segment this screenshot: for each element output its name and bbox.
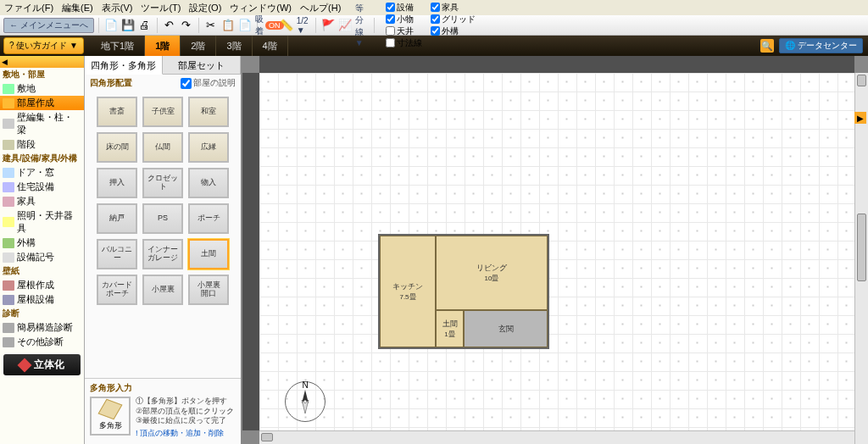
room-type-button[interactable]: 物入 <box>188 168 229 198</box>
view-toggle[interactable]: 天井 <box>386 25 422 37</box>
sidebar-item[interactable]: 外構 <box>0 236 84 250</box>
back-button[interactable]: ← メインメニューへ <box>3 18 94 33</box>
palette-tab[interactable]: 部屋セット <box>163 56 241 74</box>
floor-tab[interactable]: 地下1階 <box>91 36 145 56</box>
room-type-button[interactable]: 小屋裏 開口 <box>188 275 229 305</box>
room-kitchen[interactable]: キッチン 7.5畳 <box>380 236 436 347</box>
polygon-help-text: ①【多角形】ボタンを押す ②部屋の頂点を順にクリック ③最後に始点に戻って完了 <box>136 397 236 426</box>
view-toggle[interactable]: 寸法線 <box>386 37 422 49</box>
room-type-button[interactable]: 子供室 <box>142 97 183 127</box>
svg-marker-1 <box>302 400 309 413</box>
new-icon[interactable]: 📄 <box>103 18 119 33</box>
sidebar-item[interactable]: 屋根作成 <box>0 278 84 292</box>
floor-tab[interactable]: 3階 <box>216 36 252 56</box>
polygon-hint-link[interactable]: ! 頂点の移動・追加・削除 <box>136 428 236 439</box>
sidebar-item[interactable]: 簡易構造診断 <box>0 320 84 335</box>
floor-tab[interactable]: 1階 <box>145 36 181 56</box>
scale-dropdown[interactable]: 1/2 ▼ <box>296 18 311 33</box>
sidebar-item-icon <box>3 197 14 207</box>
room-type-button[interactable]: ポーチ <box>188 203 229 234</box>
view-toggle[interactable]: グリッド <box>431 14 476 25</box>
room-desc-check[interactable]: 部屋の説明 <box>181 77 236 89</box>
sidebar-item-icon <box>3 253 14 263</box>
ruler-vertical <box>242 73 259 430</box>
menu-item[interactable]: ヘルプ(H) <box>300 2 341 14</box>
menu-item[interactable]: ツール(T) <box>141 2 181 14</box>
menu-item[interactable]: ウィンドウ(W) <box>230 2 292 14</box>
menu-item[interactable]: 設定(O) <box>189 2 221 14</box>
room-type-button[interactable]: 広縁 <box>188 132 229 163</box>
copy-icon[interactable]: 📋 <box>220 18 236 33</box>
room-type-button[interactable]: 押入 <box>97 168 137 198</box>
menu-item[interactable]: ファイル(F) <box>4 2 53 14</box>
palette-tab[interactable]: 四角形・多角形 <box>85 56 163 75</box>
sidebar-item[interactable]: その他診断 <box>0 335 84 349</box>
room-living[interactable]: リビング 10畳 <box>436 236 548 310</box>
sidebar-item-icon <box>3 98 14 108</box>
view-toggle[interactable]: 小物 <box>386 14 422 25</box>
sidebar-item[interactable]: 壁編集・柱・梁 <box>0 110 84 137</box>
room-doma[interactable]: 土間 1畳 <box>436 310 464 347</box>
room-type-button[interactable]: 和室 <box>188 97 229 127</box>
sidebar-item-icon <box>3 168 14 178</box>
ruler-icon[interactable]: 📏 <box>279 18 294 33</box>
sidebar-scroll[interactable]: ◀ <box>0 56 84 68</box>
print-icon[interactable]: 🖨 <box>137 18 153 33</box>
guide-button[interactable]: ? 使い方ガイド ▼ <box>3 37 84 54</box>
sidebar-item[interactable]: 敷地 <box>0 81 84 96</box>
undo-icon[interactable]: ↶ <box>162 18 177 33</box>
view-toggle[interactable]: 外構 <box>431 25 476 37</box>
view-toggle[interactable]: 家具 <box>431 2 476 14</box>
room-type-button[interactable]: 土間 <box>188 239 229 269</box>
view-toggle[interactable]: 設備 <box>386 2 422 14</box>
menu-item[interactable]: 表示(V) <box>102 2 133 14</box>
nav-arrow-right[interactable]: ▶ <box>854 112 866 124</box>
room-type-button[interactable]: 床の間 <box>97 132 137 163</box>
save-icon[interactable]: 💾 <box>120 18 136 33</box>
search-icon[interactable]: 🔍 <box>760 39 774 53</box>
sidebar-item[interactable]: 部屋作成 <box>0 96 84 110</box>
room-type-button[interactable]: 書斎 <box>97 97 137 127</box>
datacenter-button[interactable]: 🌐 データセンター <box>779 38 863 53</box>
sidebar-item-icon <box>3 323 14 333</box>
sidebar-category: 診断 <box>0 307 84 320</box>
room-type-button[interactable]: 小屋裏 <box>142 275 183 305</box>
redo-icon[interactable]: ↷ <box>179 18 194 33</box>
sidebar-item[interactable]: ドア・窓 <box>0 165 84 180</box>
sidebar-item[interactable]: 照明・天井器具 <box>0 208 84 236</box>
room-type-button[interactable]: 仏間 <box>142 132 183 163</box>
sidebar-item-icon <box>3 84 14 94</box>
cut-icon[interactable]: ✂ <box>203 18 219 33</box>
room-type-button[interactable]: クロゼット <box>142 168 183 198</box>
room-type-button[interactable]: バルコニー <box>97 239 137 269</box>
linetype-dropdown[interactable]: 等分線 ▼ <box>354 18 370 33</box>
sidebar-item[interactable]: 階段 <box>0 137 84 152</box>
sidebar-item[interactable]: 住宅設備 <box>0 180 84 194</box>
menu-item[interactable]: 編集(E) <box>62 2 93 14</box>
snap-toggle[interactable]: 吸着ON <box>262 18 277 33</box>
room-type-button[interactable]: PS <box>142 203 183 234</box>
scrollbar-vertical[interactable] <box>854 73 868 444</box>
canvas[interactable]: キッチン 7.5畳 リビング 10畳 土間 1畳 玄関 <box>259 73 854 430</box>
floor-tab[interactable]: 4階 <box>253 36 288 56</box>
room-palette-grid: 書斎子供室和室床の間仏間広縁押入クロゼット物入納戸PSポーチバルコニーインナー … <box>85 92 241 310</box>
room-type-button[interactable]: 納戸 <box>97 203 137 234</box>
sidebar-item-icon <box>3 140 14 150</box>
room-genkan[interactable]: 玄関 <box>464 310 548 347</box>
room-type-button[interactable]: インナー ガレージ <box>142 239 183 269</box>
line-icon[interactable]: 📈 <box>337 18 353 33</box>
sidebar-item[interactable]: 設備記号 <box>0 250 84 264</box>
flag-icon[interactable]: 🚩 <box>320 18 336 33</box>
room-type-button[interactable]: カバード ポーチ <box>97 275 137 305</box>
floorplan[interactable]: キッチン 7.5畳 リビング 10畳 土間 1畳 玄関 <box>378 234 549 349</box>
sidebar-item-icon <box>3 182 14 192</box>
sidebar-item[interactable]: 屋根設備 <box>0 292 84 307</box>
sidebar-item-icon <box>3 119 14 129</box>
floor-tab[interactable]: 2階 <box>181 36 216 56</box>
polygon-button[interactable]: 多角形 <box>90 397 131 436</box>
paste-icon[interactable]: 📄 <box>237 18 253 33</box>
sidebar-item[interactable]: 家具 <box>0 194 84 208</box>
sidebar-item-icon <box>3 280 14 291</box>
scrollbar-horizontal[interactable] <box>259 430 854 444</box>
threed-button[interactable]: 立体化 <box>3 354 81 375</box>
